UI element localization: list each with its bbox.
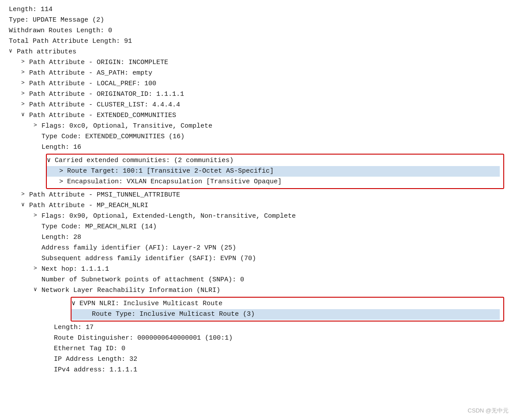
carried-text: Carried extended communities: (2 communi… <box>55 155 234 166</box>
flags-ext-toggle[interactable]: > <box>34 121 40 130</box>
path-attributes-label: Path attributes <box>17 47 76 57</box>
route-dist-line: Route Distinguisher: 0000000640000001 (1… <box>9 333 504 344</box>
length-ext-line: Length: 16 <box>9 142 504 153</box>
pa-clusterlist-toggle[interactable]: > <box>21 100 27 109</box>
safi-spacer <box>34 254 41 264</box>
flags-mp-toggle[interactable]: > <box>34 211 40 220</box>
encapsulation-text: Encapsulation: VXLAN Encapsulation [Tran… <box>67 177 282 187</box>
safi-text: Subsequent address family identifier (SA… <box>41 254 256 264</box>
pa-pmsi-line[interactable]: > Path Attribute - PMSI_TUNNEL_ATTRIBUTE <box>9 190 504 201</box>
flags-ext-text: Flags: 0xc0, Optional, Transitive, Compl… <box>41 121 212 132</box>
length-ext-text: Length: 16 <box>41 142 81 153</box>
pa-extcomm-text: Path Attribute - EXTENDED_COMMUNITIES <box>29 110 176 121</box>
pa-extcomm-toggle[interactable]: ∨ <box>21 110 27 120</box>
pa-originator-line[interactable]: > Path Attribute - ORIGINATOR_ID: 1.1.1.… <box>9 89 504 100</box>
carried-toggle[interactable]: ∨ <box>47 155 55 166</box>
pa-extcomm-line[interactable]: ∨ Path Attribute - EXTENDED_COMMUNITIES <box>9 110 504 121</box>
typecode-ext-spacer <box>34 132 41 142</box>
length-nlri-spacer <box>46 322 54 333</box>
carried-communities-box: ∨ Carried extended communities: (2 commu… <box>46 154 504 189</box>
total-path-line: Total Path Attribute Length: 91 <box>9 36 504 47</box>
route-target-toggle[interactable]: > <box>47 166 67 177</box>
afi-line: Address family identifier (AFI): Layer-2… <box>9 243 504 254</box>
pa-origin-line[interactable]: > Path Attribute - ORIGIN: INCOMPLETE <box>9 57 504 68</box>
nexthop-text: Next hop: 1.1.1.1 <box>41 264 109 275</box>
typecode-ext-text: Type Code: EXTENDED_COMMUNITIES (16) <box>41 132 185 142</box>
path-attributes-line[interactable]: ∨ Path attributes <box>9 47 504 57</box>
afi-text: Address family identifier (AFI): Layer-2… <box>41 243 236 254</box>
pa-mpreach-line[interactable]: ∨ Path Attribute - MP_REACH_NLRI <box>9 201 504 211</box>
route-dist-text: Route Distinguisher: 0000000640000001 (1… <box>54 333 233 344</box>
typecode-mp-text: Type Code: MP_REACH_NLRI (14) <box>41 222 157 232</box>
snpa-line: Number of Subnetwork points of attachmen… <box>9 275 504 285</box>
nlri-toggle[interactable]: ∨ <box>34 285 40 295</box>
length-mp-spacer <box>34 232 41 243</box>
pa-pmsi-toggle[interactable]: > <box>21 190 27 199</box>
length-mp-line: Length: 28 <box>9 232 504 243</box>
flags-ext-line[interactable]: > Flags: 0xc0, Optional, Transitive, Com… <box>9 121 504 132</box>
nlri-line[interactable]: ∨ Network Layer Reachability Information… <box>9 285 504 296</box>
nexthop-line[interactable]: > Next hop: 1.1.1.1 <box>9 264 504 275</box>
pa-localpref-text: Path Attribute - LOCAL_PREF: 100 <box>29 79 156 89</box>
withdrawn-text: Withdrawn Routes Length: 0 <box>9 26 112 36</box>
eth-tag-spacer <box>46 344 54 354</box>
type-text: Type: UPDATE Message (2) <box>9 15 104 26</box>
typecode-mp-line: Type Code: MP_REACH_NLRI (14) <box>9 222 504 232</box>
type-line: Type: UPDATE Message (2) <box>9 15 504 26</box>
eth-tag-line: Ethernet Tag ID: 0 <box>9 344 504 354</box>
route-target-line[interactable]: > Route Target: 100:1 [Transitive 2-Octe… <box>47 166 500 177</box>
nexthop-toggle[interactable]: > <box>34 264 40 273</box>
ip-addr-len-spacer <box>46 354 54 365</box>
nlri-text: Network Layer Reachability Information (… <box>41 285 220 296</box>
pa-aspath-text: Path Attribute - AS_PATH: empty <box>29 68 152 79</box>
path-attributes-toggle[interactable]: ∨ <box>9 47 15 56</box>
withdrawn-line: Withdrawn Routes Length: 0 <box>9 26 504 36</box>
pa-mpreach-text: Path Attribute - MP_REACH_NLRI <box>29 201 148 211</box>
encapsulation-line[interactable]: > Encapsulation: VXLAN Encapsulation [Tr… <box>47 177 500 187</box>
total-path-text: Total Path Attribute Length: 91 <box>9 36 132 47</box>
evpn-nlri-box: ∨ EVPN NLRI: Inclusive Multicast Route R… <box>71 297 504 322</box>
pa-localpref-toggle[interactable]: > <box>21 79 27 88</box>
route-type-spacer <box>72 309 92 320</box>
pa-mpreach-toggle[interactable]: ∨ <box>21 201 27 210</box>
pa-originator-text: Path Attribute - ORIGINATOR_ID: 1.1.1.1 <box>29 89 184 100</box>
pa-aspath-toggle[interactable]: > <box>21 68 27 77</box>
route-target-text: Route Target: 100:1 [Transitive 2-Octet … <box>67 166 274 177</box>
pa-localpref-line[interactable]: > Path Attribute - LOCAL_PREF: 100 <box>9 79 504 89</box>
ip-addr-len-text: IP Address Length: 32 <box>54 354 137 365</box>
length-text: Length: 114 <box>9 4 53 15</box>
typecode-mp-spacer <box>34 222 41 232</box>
pa-aspath-line[interactable]: > Path Attribute - AS_PATH: empty <box>9 68 504 79</box>
afi-spacer <box>34 243 41 254</box>
flags-mp-line[interactable]: > Flags: 0x90, Optional, Extended-Length… <box>9 211 504 222</box>
route-type-line: Route Type: Inclusive Multicast Route (3… <box>72 309 500 320</box>
packet-tree: Length: 114 Type: UPDATE Message (2) Wit… <box>9 4 504 375</box>
pa-origin-toggle[interactable]: > <box>21 57 27 67</box>
evpn-nlri-line[interactable]: ∨ EVPN NLRI: Inclusive Multicast Route <box>72 299 500 309</box>
route-type-text: Route Type: Inclusive Multicast Route (3… <box>92 309 255 320</box>
length-nlri-text: Length: 17 <box>54 322 94 333</box>
length-ext-spacer <box>34 142 41 153</box>
eth-tag-text: Ethernet Tag ID: 0 <box>54 344 125 354</box>
pa-clusterlist-text: Path Attribute - CLUSTER_LIST: 4.4.4.4 <box>29 100 180 110</box>
route-dist-spacer <box>46 333 54 344</box>
snpa-text: Number of Subnetwork points of attachmen… <box>41 275 244 285</box>
pa-pmsi-text: Path Attribute - PMSI_TUNNEL_ATTRIBUTE <box>29 190 180 201</box>
carried-line[interactable]: ∨ Carried extended communities: (2 commu… <box>47 155 500 166</box>
pa-clusterlist-line[interactable]: > Path Attribute - CLUSTER_LIST: 4.4.4.4 <box>9 100 504 110</box>
pa-originator-toggle[interactable]: > <box>21 89 27 98</box>
flags-mp-text: Flags: 0x90, Optional, Extended-Length, … <box>41 211 296 222</box>
evpn-nlri-text: EVPN NLRI: Inclusive Multicast Route <box>79 299 223 309</box>
snpa-spacer <box>34 275 41 285</box>
ip-addr-len-line: IP Address Length: 32 <box>9 354 504 365</box>
typecode-ext-line: Type Code: EXTENDED_COMMUNITIES (16) <box>9 132 504 142</box>
encapsulation-toggle[interactable]: > <box>47 177 67 187</box>
ipv4-addr-spacer <box>46 365 54 375</box>
length-line: Length: 114 <box>9 4 504 15</box>
length-mp-text: Length: 28 <box>41 232 81 243</box>
evpn-nlri-toggle[interactable]: ∨ <box>72 299 79 309</box>
ipv4-addr-line: IPv4 address: 1.1.1.1 <box>9 365 504 375</box>
safi-line: Subsequent address family identifier (SA… <box>9 254 504 264</box>
length-nlri-line: Length: 17 <box>9 322 504 333</box>
pa-origin-text: Path Attribute - ORIGIN: INCOMPLETE <box>29 57 168 68</box>
